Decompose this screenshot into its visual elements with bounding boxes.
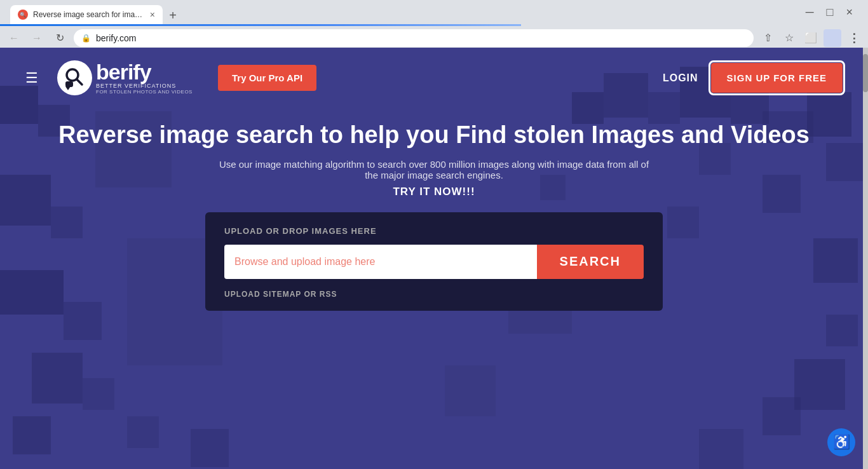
logo-icon xyxy=(57,60,92,95)
hero-cta: TRY IT NOW!!! xyxy=(25,186,843,198)
svg-rect-25 xyxy=(699,429,743,469)
close-window-button[interactable]: × xyxy=(841,3,858,22)
extensions-icon-button[interactable]: ⬜ xyxy=(802,29,820,47)
svg-rect-24 xyxy=(763,397,801,435)
svg-rect-27 xyxy=(191,429,229,467)
svg-rect-6 xyxy=(32,353,83,404)
svg-rect-35 xyxy=(65,81,73,87)
logo-tagline: BETTER VERIFICATIONS xyxy=(96,83,193,89)
svg-rect-22 xyxy=(826,315,858,346)
reload-button[interactable]: ↻ xyxy=(51,29,69,47)
logo-tagline2: FOR STOLEN PHOTOS AND VIDEOS xyxy=(96,89,193,95)
bookmark-icon-button[interactable]: ☆ xyxy=(780,29,798,47)
active-tab[interactable]: 🔍 Reverse image search for images × xyxy=(10,5,163,24)
login-link[interactable]: LOGIN xyxy=(663,72,698,84)
upload-label: UPLOAD OR DROP IMAGES HERE xyxy=(224,226,644,236)
browser-chrome: 🔍 Reverse image search for images × + ─ … xyxy=(0,0,868,48)
browser-addressbar: ← → ↻ 🔒 berify.com ⇧ ☆ ⬜ ⋮ xyxy=(0,26,868,50)
minimize-button[interactable]: ─ xyxy=(801,3,819,22)
pro-api-button[interactable]: Try Our Pro API xyxy=(218,65,316,91)
search-row: Browse and upload image here SEARCH xyxy=(224,245,644,279)
logo-text: berify BETTER VERIFICATIONS FOR STOLEN P… xyxy=(96,61,193,95)
share-icon-button[interactable]: ⇧ xyxy=(759,29,776,47)
lock-icon: 🔒 xyxy=(81,34,91,43)
address-bar[interactable]: 🔒 berify.com xyxy=(74,29,754,47)
accessibility-icon: ♿ xyxy=(833,434,850,451)
upload-box: UPLOAD OR DROP IMAGES HERE Browse and up… xyxy=(205,212,663,311)
hamburger-menu-icon[interactable]: ☰ xyxy=(25,70,38,86)
file-input-area[interactable]: Browse and upload image here xyxy=(224,245,537,279)
logo-name: berify xyxy=(96,61,193,83)
svg-rect-26 xyxy=(127,416,159,448)
svg-point-32 xyxy=(59,62,91,94)
accessibility-button[interactable]: ♿ xyxy=(827,428,855,456)
svg-rect-7 xyxy=(83,378,114,410)
search-button[interactable]: SEARCH xyxy=(537,245,644,279)
tab-close-button[interactable]: × xyxy=(150,10,155,20)
profile-button[interactable] xyxy=(824,29,841,47)
browser-menu-button[interactable]: ⋮ xyxy=(845,29,863,47)
maximize-button[interactable]: □ xyxy=(822,3,839,22)
tab-favicon: 🔍 xyxy=(18,10,28,20)
hero-subtitle: Use our image matching algorithm to sear… xyxy=(218,159,650,180)
browser-toolbar-icons: ⇧ ☆ ⬜ ⋮ xyxy=(759,29,863,47)
website-content: ☰ berify BETTER VERIFICATIONS xyxy=(0,48,868,469)
signup-button[interactable]: SIGN UP FOR FREE xyxy=(711,63,843,93)
hero-section: Reverse image search to help you Find st… xyxy=(0,108,868,311)
new-tab-button[interactable]: + xyxy=(164,6,182,24)
forward-button[interactable]: → xyxy=(28,29,46,47)
svg-rect-23 xyxy=(794,359,845,410)
logo-area: berify BETTER VERIFICATIONS FOR STOLEN P… xyxy=(57,60,193,95)
logo-svg xyxy=(59,62,91,94)
browser-titlebar: 🔍 Reverse image search for images × + ─ … xyxy=(0,0,868,24)
tab-title: Reverse image search for images xyxy=(33,10,145,19)
svg-rect-31 xyxy=(445,365,496,416)
hero-title: Reverse image search to help you Find st… xyxy=(25,121,843,150)
file-input-placeholder: Browse and upload image here xyxy=(234,256,375,268)
url-text: berify.com xyxy=(96,33,746,43)
svg-rect-8 xyxy=(13,416,51,454)
window-controls: ─ □ × xyxy=(801,3,863,22)
tab-bar: 🔍 Reverse image search for images × + xyxy=(5,0,182,24)
navbar: ☰ berify BETTER VERIFICATIONS xyxy=(0,48,868,108)
back-button[interactable]: ← xyxy=(5,29,23,47)
sitemap-link[interactable]: UPLOAD SITEMAP OR RSS xyxy=(224,290,337,299)
